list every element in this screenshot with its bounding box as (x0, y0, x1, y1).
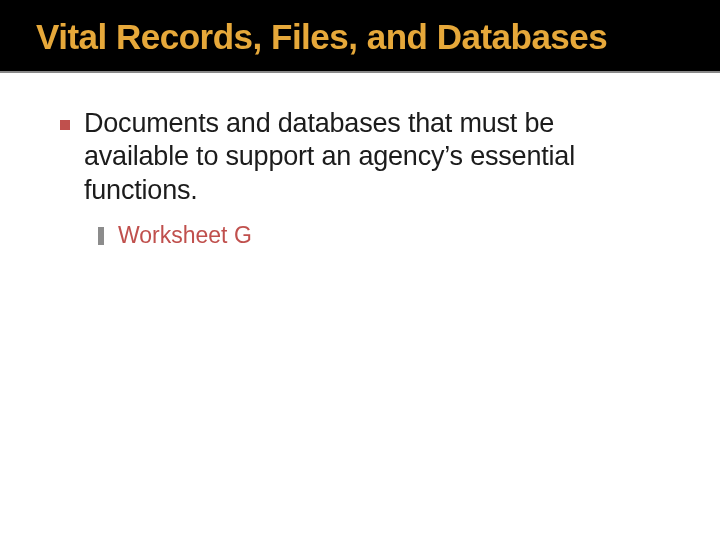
slide-body: Documents and databases that must be ava… (0, 73, 720, 250)
bar-bullet-icon (98, 227, 104, 245)
square-bullet-icon (60, 120, 70, 130)
sub-bullet-item: Worksheet G (98, 222, 660, 250)
bullet-item: Documents and databases that must be ava… (60, 107, 660, 208)
bullet-text: Documents and databases that must be ava… (84, 107, 660, 208)
slide-title: Vital Records, Files, and Databases (0, 18, 720, 57)
title-band: Vital Records, Files, and Databases (0, 0, 720, 73)
slide: Vital Records, Files, and Databases Docu… (0, 0, 720, 540)
sub-bullet-text: Worksheet G (118, 222, 660, 250)
